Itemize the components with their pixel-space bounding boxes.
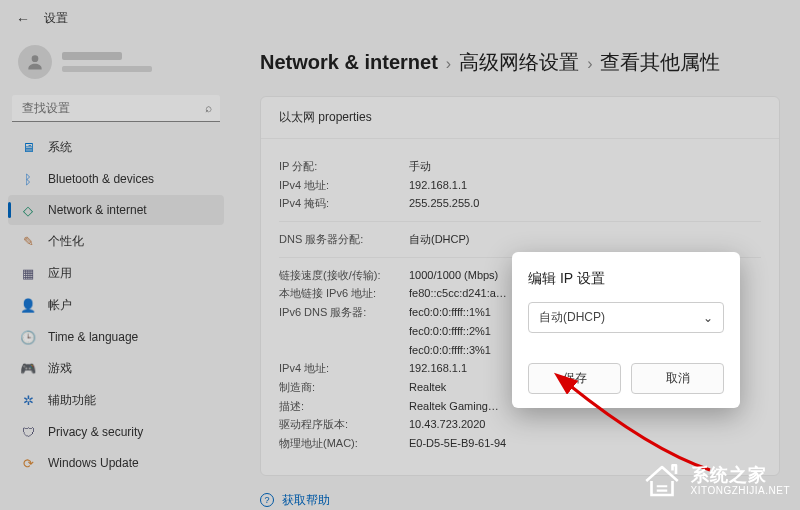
help-icon: ?: [260, 493, 274, 507]
chevron-down-icon: ⌄: [703, 311, 713, 325]
breadcrumb: Network & internet › 高级网络设置 › 查看其他属性: [260, 49, 780, 76]
gaming-icon: 🎮: [20, 361, 36, 377]
property-label: 描述:: [279, 397, 409, 416]
property-value: 192.168.1.1: [409, 359, 467, 378]
property-label: 驱动程序版本:: [279, 415, 409, 434]
sidebar-item-5[interactable]: 👤帐户: [8, 290, 224, 321]
user-email-placeholder: [62, 66, 152, 72]
sidebar-item-label: 辅助功能: [48, 392, 96, 409]
watermark-brand: 系统之家: [691, 466, 791, 486]
property-row: IP 分配:手动: [279, 157, 761, 176]
property-value: fe80::c5cc:d241:a…: [409, 284, 507, 303]
bluetooth-icon: ᛒ: [20, 171, 36, 187]
property-row: IPv4 地址:192.168.1.1: [279, 176, 761, 195]
property-value: 手动: [409, 157, 431, 176]
property-value: 自动(DHCP): [409, 230, 470, 249]
avatar: [18, 45, 52, 79]
property-row: 驱动程序版本:10.43.723.2020: [279, 415, 761, 434]
property-label: IPv4 地址:: [279, 176, 409, 195]
property-value: fec0:0:0:ffff::3%1: [409, 341, 491, 360]
dialog-title: 编辑 IP 设置: [528, 270, 724, 288]
sidebar-item-10[interactable]: ⟳Windows Update: [8, 448, 224, 478]
accessibility-icon: ✲: [20, 393, 36, 409]
property-row: IPv4 掩码:255.255.255.0: [279, 194, 761, 213]
sidebar-item-label: 游戏: [48, 360, 72, 377]
property-label: [279, 322, 409, 341]
breadcrumb-level2[interactable]: 高级网络设置: [459, 49, 579, 76]
sidebar-item-label: Privacy & security: [48, 425, 143, 439]
property-label: 链接速度(接收/传输):: [279, 266, 409, 285]
property-value: Realtek Gaming…: [409, 397, 499, 416]
sidebar-item-label: 系统: [48, 139, 72, 156]
ip-mode-select[interactable]: 自动(DHCP) ⌄: [528, 302, 724, 333]
card-header: 以太网 properties: [261, 97, 779, 139]
sidebar: ⌕ 🖥系统ᛒBluetooth & devices◇Network & inte…: [0, 37, 232, 510]
display-icon: 🖥: [20, 140, 36, 156]
user-profile[interactable]: [8, 37, 224, 95]
chevron-right-icon: ›: [587, 55, 592, 73]
update-icon: ⟳: [20, 455, 36, 471]
sidebar-item-6[interactable]: 🕒Time & language: [8, 322, 224, 352]
property-label: IPv4 掩码:: [279, 194, 409, 213]
property-value: 255.255.255.0: [409, 194, 479, 213]
chevron-right-icon: ›: [446, 55, 451, 73]
property-value: fec0:0:0:ffff::2%1: [409, 322, 491, 341]
property-value: 1000/1000 (Mbps): [409, 266, 498, 285]
sidebar-item-label: 个性化: [48, 233, 84, 250]
sidebar-item-label: Windows Update: [48, 456, 139, 470]
property-value: 10.43.723.2020: [409, 415, 485, 434]
search-input[interactable]: [12, 95, 220, 122]
sidebar-item-1[interactable]: ᛒBluetooth & devices: [8, 164, 224, 194]
property-row: 物理地址(MAC):E0-D5-5E-B9-61-94: [279, 434, 761, 453]
accounts-icon: 👤: [20, 298, 36, 314]
property-label: DNS 服务器分配:: [279, 230, 409, 249]
sidebar-item-label: 应用: [48, 265, 72, 282]
property-group: IP 分配:手动IPv4 地址:192.168.1.1IPv4 掩码:255.2…: [279, 149, 761, 222]
apps-icon: ▦: [20, 266, 36, 282]
house-icon: [641, 460, 683, 502]
property-label: 物理地址(MAC):: [279, 434, 409, 453]
search-icon: ⌕: [205, 101, 212, 115]
svg-point-0: [32, 55, 39, 62]
property-label: [279, 341, 409, 360]
property-row: DNS 服务器分配:自动(DHCP): [279, 230, 761, 249]
property-label: 制造商:: [279, 378, 409, 397]
sidebar-item-label: Network & internet: [48, 203, 147, 217]
sidebar-item-label: 帐户: [48, 297, 72, 314]
property-label: 本地链接 IPv6 地址:: [279, 284, 409, 303]
personalize-icon: ✎: [20, 234, 36, 250]
cancel-button[interactable]: 取消: [631, 363, 724, 394]
select-value: 自动(DHCP): [539, 309, 605, 326]
property-value: E0-D5-5E-B9-61-94: [409, 434, 506, 453]
wifi-icon: ◇: [20, 202, 36, 218]
property-value: fec0:0:0:ffff::1%1: [409, 303, 491, 322]
sidebar-item-4[interactable]: ▦应用: [8, 258, 224, 289]
sidebar-item-2[interactable]: ◇Network & internet: [8, 195, 224, 225]
time-icon: 🕒: [20, 329, 36, 345]
edit-ip-dialog: 编辑 IP 设置 自动(DHCP) ⌄ 保存 取消: [512, 252, 740, 408]
sidebar-item-7[interactable]: 🎮游戏: [8, 353, 224, 384]
breadcrumb-level3: 查看其他属性: [600, 49, 720, 76]
property-value: 192.168.1.1: [409, 176, 467, 195]
property-label: IP 分配:: [279, 157, 409, 176]
sidebar-item-0[interactable]: 🖥系统: [8, 132, 224, 163]
window-title: 设置: [44, 10, 68, 27]
breadcrumb-root[interactable]: Network & internet: [260, 51, 438, 74]
sidebar-item-label: Bluetooth & devices: [48, 172, 154, 186]
back-arrow-icon[interactable]: ←: [16, 11, 30, 27]
sidebar-item-8[interactable]: ✲辅助功能: [8, 385, 224, 416]
property-label: IPv6 DNS 服务器:: [279, 303, 409, 322]
sidebar-item-label: Time & language: [48, 330, 138, 344]
privacy-icon: 🛡: [20, 424, 36, 440]
property-label: IPv4 地址:: [279, 359, 409, 378]
sidebar-item-9[interactable]: 🛡Privacy & security: [8, 417, 224, 447]
sidebar-item-3[interactable]: ✎个性化: [8, 226, 224, 257]
user-name-placeholder: [62, 52, 122, 60]
save-button[interactable]: 保存: [528, 363, 621, 394]
get-help-label: 获取帮助: [282, 492, 330, 509]
property-value: Realtek: [409, 378, 446, 397]
watermark-url: XITONGZHIJIA.NET: [691, 485, 791, 496]
watermark: 系统之家 XITONGZHIJIA.NET: [641, 460, 791, 502]
